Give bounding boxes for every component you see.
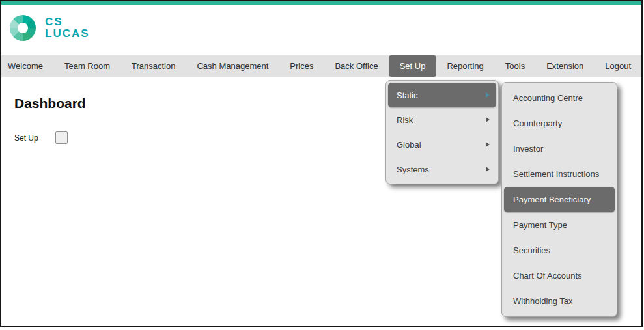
submenu-item-securities[interactable]: Securities bbox=[504, 238, 615, 263]
nav-item-welcome[interactable]: Welcome bbox=[8, 61, 43, 71]
nav-item-back-office[interactable]: Back Office bbox=[335, 61, 378, 71]
nav-item-transaction[interactable]: Transaction bbox=[132, 61, 175, 71]
setup-dropdown-menu: Static Risk Global Systems bbox=[385, 80, 499, 184]
nav-item-tools[interactable]: Tools bbox=[505, 61, 525, 71]
submenu-item-settlement-instructions[interactable]: Settlement Instructions bbox=[504, 161, 615, 187]
setup-checkbox[interactable] bbox=[55, 131, 68, 144]
menu-item-global[interactable]: Global bbox=[388, 132, 496, 157]
menu-item-label: Risk bbox=[397, 115, 413, 125]
menu-item-label: Systems bbox=[397, 165, 429, 174]
submenu-item-label: Settlement Instructions bbox=[513, 169, 599, 179]
nav-item-extension[interactable]: Extension bbox=[546, 61, 583, 71]
logo-text: CS LUCAS bbox=[45, 16, 90, 40]
nav-item-reporting[interactable]: Reporting bbox=[447, 61, 483, 71]
submenu-arrow-icon bbox=[486, 92, 490, 98]
nav-item-logout[interactable]: Logout bbox=[605, 61, 631, 71]
logo-line1: CS bbox=[45, 16, 90, 28]
menu-item-static[interactable]: Static bbox=[388, 83, 496, 107]
submenu-item-label: Securities bbox=[513, 245, 550, 255]
submenu-item-payment-type[interactable]: Payment Type bbox=[504, 212, 615, 238]
nav-item-set-up[interactable]: Set Up bbox=[389, 55, 437, 77]
submenu-arrow-icon bbox=[486, 167, 490, 172]
submenu-item-label: Chart Of Accounts bbox=[513, 271, 582, 281]
submenu-item-label: Withholding Tax bbox=[513, 296, 573, 306]
submenu-item-withholding-tax[interactable]: Withholding Tax bbox=[504, 288, 615, 314]
submenu-item-chart-of-accounts[interactable]: Chart Of Accounts bbox=[504, 263, 615, 288]
logo-donut-icon bbox=[10, 15, 36, 41]
submenu-item-label: Payment Beneficiary bbox=[513, 195, 591, 204]
main-nav: Welcome Team Room Transaction Cash Manag… bbox=[1, 55, 641, 77]
submenu-item-label: Accounting Centre bbox=[513, 93, 583, 103]
nav-item-cash-management[interactable]: Cash Management bbox=[197, 61, 268, 71]
submenu-item-label: Investor bbox=[513, 144, 543, 154]
menu-item-label: Static bbox=[397, 90, 418, 100]
submenu-arrow-icon bbox=[486, 142, 490, 147]
header: CS LUCAS bbox=[1, 5, 641, 55]
nav-item-team-room[interactable]: Team Room bbox=[64, 61, 110, 71]
menu-item-risk[interactable]: Risk bbox=[388, 107, 496, 132]
menu-item-label: Global bbox=[397, 140, 421, 150]
static-submenu: Accounting Centre Counterparty Investor … bbox=[501, 82, 617, 317]
submenu-arrow-icon bbox=[486, 117, 490, 122]
submenu-item-label: Counterparty bbox=[513, 118, 562, 128]
submenu-item-counterparty[interactable]: Counterparty bbox=[504, 111, 615, 136]
nav-item-prices[interactable]: Prices bbox=[290, 61, 313, 71]
submenu-item-label: Payment Type bbox=[513, 220, 567, 230]
submenu-item-payment-beneficiary[interactable]: Payment Beneficiary bbox=[504, 187, 615, 212]
logo-line2: LUCAS bbox=[45, 28, 90, 40]
setup-label: Set Up bbox=[14, 133, 38, 143]
menu-item-systems[interactable]: Systems bbox=[388, 157, 496, 182]
cs-lucas-logo[interactable]: CS LUCAS bbox=[10, 15, 90, 41]
submenu-item-investor[interactable]: Investor bbox=[504, 136, 615, 161]
submenu-item-accounting-centre[interactable]: Accounting Centre bbox=[504, 85, 615, 111]
